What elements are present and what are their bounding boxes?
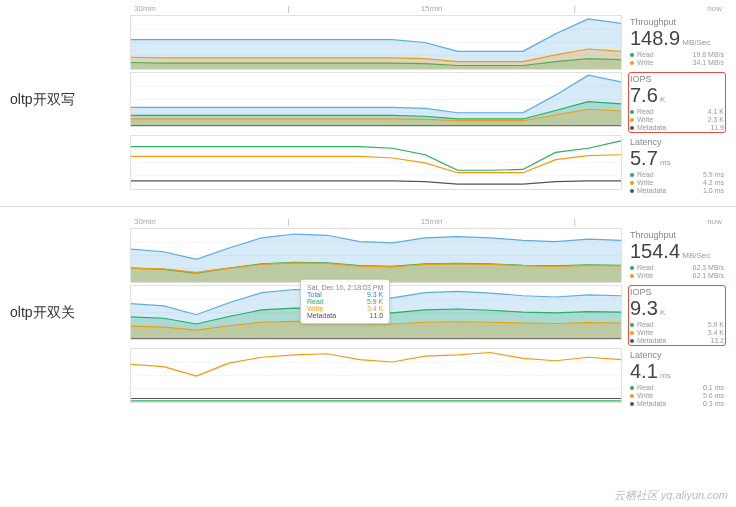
- dot-icon: [630, 266, 634, 270]
- dot-icon: [630, 386, 634, 390]
- stats-unit: ms: [660, 158, 671, 167]
- stats-unit: MB/Sec: [682, 38, 710, 47]
- dot-icon: [630, 118, 634, 122]
- stats-title: Throughput: [630, 17, 724, 27]
- stats-value: 7.6: [630, 84, 658, 106]
- stats-value: 9.3: [630, 297, 658, 319]
- time-axis-on: 30min | 15min | now: [130, 4, 726, 13]
- stat-val: 11.9: [710, 124, 724, 131]
- watermark: 云栖社区 yq.aliyun.com: [614, 488, 728, 503]
- stats-value: 4.1: [630, 360, 658, 382]
- row-iops-off: IOPS 9.3 K Read5.9 K Write3.4 K Metadata…: [130, 285, 726, 346]
- chart-latency-off[interactable]: [130, 348, 622, 403]
- stats-unit: MB/Sec: [682, 251, 710, 260]
- section-on: oltp开双写 30min | 15min | now Throughput 1…: [0, 0, 736, 200]
- tooltip-value: 11.0: [370, 312, 384, 319]
- stats-title: IOPS: [630, 74, 724, 84]
- stat-label: Read: [637, 264, 654, 271]
- stat-val: 62.1 MB/s: [692, 272, 724, 279]
- stat-label: Read: [637, 108, 654, 115]
- stat-val: 13.2: [710, 337, 724, 344]
- dot-icon: [630, 323, 634, 327]
- stats-title: Throughput: [630, 230, 724, 240]
- axis-tick: |: [574, 217, 576, 226]
- chart-throughput-on[interactable]: [130, 15, 622, 70]
- chart-throughput-off[interactable]: [130, 228, 622, 283]
- stat-label: Write: [637, 392, 653, 399]
- stats-value: 154.4: [630, 240, 680, 262]
- chart-iops-on[interactable]: [130, 72, 622, 127]
- stat-val: 19.8 MB/s: [692, 51, 724, 58]
- stat-val: 5.9 ms: [703, 171, 724, 178]
- stat-val: 5.9 K: [708, 321, 724, 328]
- stats-title: Latency: [630, 137, 724, 147]
- dot-icon: [630, 189, 634, 193]
- stat-val: 3.4 K: [708, 329, 724, 336]
- dot-icon: [630, 181, 634, 185]
- stats-title: Latency: [630, 350, 724, 360]
- dot-icon: [630, 173, 634, 177]
- section-label-on: oltp开双写: [10, 91, 130, 109]
- axis-right: now: [707, 217, 722, 226]
- stats-unit: ms: [660, 371, 671, 380]
- stats-latency-on: Latency 5.7 ms Read5.9 ms Write4.2 ms Me…: [628, 135, 726, 196]
- stat-val: 1.0 ms: [703, 187, 724, 194]
- stat-val: 62.3 MB/s: [692, 264, 724, 271]
- row-latency-on: Latency 5.7 ms Read5.9 ms Write4.2 ms Me…: [130, 135, 726, 196]
- stat-val: 2.3 K: [708, 116, 724, 123]
- stats-title: IOPS: [630, 287, 724, 297]
- stat-val: 4.2 ms: [703, 179, 724, 186]
- stat-label: Read: [637, 384, 654, 391]
- axis-mid: 15min: [421, 217, 443, 226]
- dot-icon: [630, 331, 634, 335]
- tooltip-value: 3.4 K: [367, 305, 383, 312]
- stats-throughput-on: Throughput 148.9 MB/Sec Read19.8 MB/s Wr…: [628, 15, 726, 68]
- axis-tick: |: [574, 4, 576, 13]
- axis-tick: |: [287, 4, 289, 13]
- dot-icon: [630, 394, 634, 398]
- tooltip-label: Read: [307, 298, 324, 305]
- chart-latency-on[interactable]: [130, 135, 622, 190]
- stats-value: 148.9: [630, 27, 680, 49]
- dot-icon: [630, 339, 634, 343]
- axis-mid: 15min: [421, 4, 443, 13]
- stats-iops-on: IOPS 7.6 K Read4.1 K Write2.3 K Metadata…: [628, 72, 726, 133]
- row-throughput-on: Throughput 148.9 MB/Sec Read19.8 MB/s Wr…: [130, 15, 726, 70]
- stat-val: 4.1 K: [708, 108, 724, 115]
- stat-label: Read: [637, 171, 654, 178]
- stat-val: 5.6 ms: [703, 392, 724, 399]
- stat-label: Metadata: [637, 124, 666, 131]
- stat-label: Metadata: [637, 337, 666, 344]
- stat-label: Metadata: [637, 400, 666, 407]
- stats-iops-off: IOPS 9.3 K Read5.9 K Write3.4 K Metadata…: [628, 285, 726, 346]
- stat-val: 0.3 ms: [703, 400, 724, 407]
- dot-icon: [630, 402, 634, 406]
- axis-right: now: [707, 4, 722, 13]
- chart-tooltip: Sat, Dec 16, 2:18:03 PM Total9.3 K Read5…: [300, 279, 390, 324]
- dot-icon: [630, 126, 634, 130]
- section-off: oltp开双关 30min | 15min | now Throughput 1…: [0, 213, 736, 413]
- stat-label: Write: [637, 179, 653, 186]
- dot-icon: [630, 274, 634, 278]
- axis-tick: |: [287, 217, 289, 226]
- tooltip-label: Total: [307, 291, 322, 298]
- time-axis-off: 30min | 15min | now: [130, 217, 726, 226]
- charts-off: 30min | 15min | now Throughput 154.4 MB/…: [130, 217, 726, 409]
- row-iops-on: IOPS 7.6 K Read4.1 K Write2.3 K Metadata…: [130, 72, 726, 133]
- charts-on: 30min | 15min | now Throughput 148.9 MB/…: [130, 4, 726, 196]
- section-label-off: oltp开双关: [10, 304, 130, 322]
- row-throughput-off: Throughput 154.4 MB/Sec Read62.3 MB/s Wr…: [130, 228, 726, 283]
- stats-value: 5.7: [630, 147, 658, 169]
- stat-val: 0.1 ms: [703, 384, 724, 391]
- tooltip-label: Metadata: [307, 312, 336, 319]
- stats-unit: K: [660, 308, 665, 317]
- section-divider: [0, 206, 736, 207]
- tooltip-value: 5.9 K: [367, 298, 383, 305]
- stats-unit: K: [660, 95, 665, 104]
- row-latency-off: Latency 4.1 ms Read0.1 ms Write5.6 ms Me…: [130, 348, 726, 409]
- axis-left: 30min: [134, 4, 156, 13]
- tooltip-value: 9.3 K: [367, 291, 383, 298]
- stat-label: Write: [637, 116, 653, 123]
- stats-throughput-off: Throughput 154.4 MB/Sec Read62.3 MB/s Wr…: [628, 228, 726, 281]
- dot-icon: [630, 110, 634, 114]
